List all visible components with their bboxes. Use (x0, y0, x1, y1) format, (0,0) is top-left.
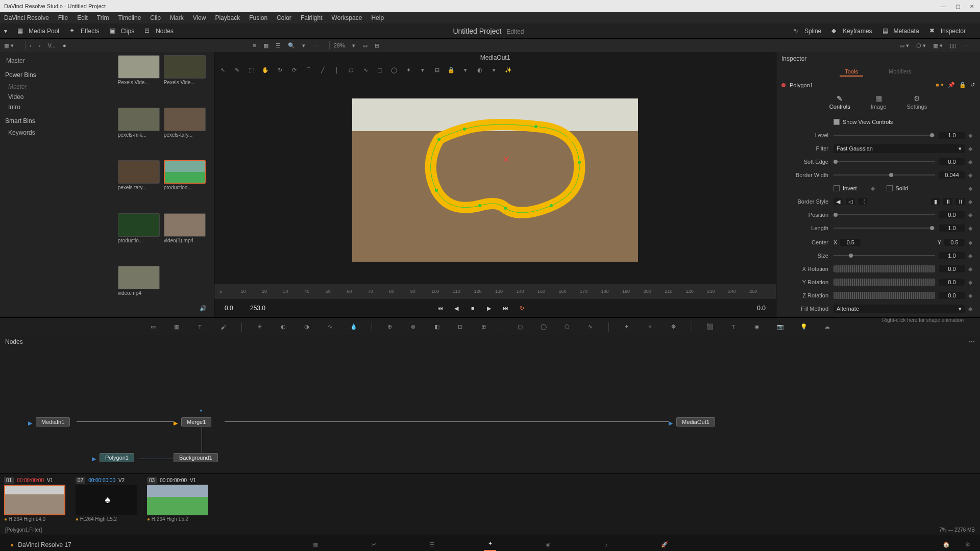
clip-item[interactable]: video.mp4 (118, 266, 160, 314)
node-pin-icon[interactable]: 📌 (948, 82, 955, 88)
menu-clip[interactable]: Clip (150, 14, 161, 21)
softedge-value[interactable]: 0.0 (939, 158, 965, 165)
fx-channelbool-icon[interactable]: ⊗ (408, 321, 419, 333)
xrot-value[interactable]: 0.0 (939, 265, 965, 272)
fx-prender-icon[interactable]: ✧ (645, 321, 656, 333)
style-btn-5[interactable]: ⏸ (943, 198, 952, 205)
center-x-value[interactable]: 0.5 (840, 239, 861, 246)
position-slider[interactable] (834, 214, 935, 215)
center-y-value[interactable]: 0.5 (944, 239, 965, 246)
play-reverse-button[interactable]: ◀ (452, 304, 461, 313)
split-icon[interactable]: ⊞ (375, 42, 379, 49)
fx-light-icon[interactable]: 💡 (798, 321, 810, 333)
level-slider[interactable] (834, 135, 935, 136)
node-merge[interactable]: Merge1 (181, 417, 211, 427)
page-deliver-icon[interactable]: 🚀 (658, 539, 671, 551)
page-edit-icon[interactable]: ☰ (426, 539, 438, 551)
menu-workspace[interactable]: Workspace (332, 14, 362, 21)
shape-anim-hint[interactable]: Right-click here for shape animation (782, 317, 974, 323)
style-btn-4[interactable]: ▮ (931, 198, 940, 205)
invert-checkbox[interactable] (834, 185, 840, 191)
pen-tool-icon[interactable]: ✎ (233, 66, 241, 74)
node-mediaout[interactable]: MediaOut1 (676, 417, 715, 427)
subtab-settings[interactable]: ⚙Settings (906, 94, 927, 110)
level-value[interactable]: 1.0 (939, 132, 965, 139)
nodes-toggle[interactable]: ⊟Nodes (144, 27, 174, 35)
xrot-wheel[interactable] (834, 265, 935, 272)
smart-bins-header[interactable]: Smart Bins (3, 114, 40, 128)
wand-tool-icon[interactable]: ✦ (404, 66, 412, 74)
sort-icon[interactable]: ≡ (253, 42, 256, 48)
menu-timeline[interactable]: Timeline (118, 14, 141, 21)
page-fairlight-icon[interactable]: ♪ (600, 539, 612, 551)
style-btn-6[interactable]: ⏸ (955, 198, 965, 205)
keyframe-icon[interactable]: ◆ (967, 266, 974, 272)
size-slider[interactable] (834, 255, 935, 256)
keyframe-icon[interactable]: ◆ (967, 239, 974, 246)
fx-background-icon[interactable]: ▭ (148, 321, 159, 333)
layout-icon[interactable]: ▭ (362, 42, 368, 49)
nav-forward[interactable]: › (39, 42, 41, 48)
bin-master[interactable]: Master (3, 82, 40, 92)
polygon-tool-icon[interactable]: ⬠ (347, 66, 355, 74)
keyframes-toggle[interactable]: ◆Keyframes (831, 27, 872, 35)
maximize-button[interactable]: ▢ (953, 2, 962, 10)
zrot-value[interactable]: 0.0 (939, 292, 965, 299)
fx-transform-icon[interactable]: ⊡ (455, 321, 466, 333)
style-btn-2[interactable]: ◁ (846, 198, 855, 205)
rect-tool-icon[interactable]: ▢ (376, 66, 384, 74)
bspline-tool-icon[interactable]: ∿ (361, 66, 370, 74)
settings-icon[interactable]: ⚙ (962, 539, 974, 551)
node-mediain[interactable]: MediaIn1 (36, 417, 70, 427)
media-pool-toggle[interactable]: ▦Media Pool (17, 27, 59, 35)
style-btn-3[interactable]: 〈 (858, 198, 867, 205)
bin-intro[interactable]: Intro (3, 102, 40, 112)
fx-shape3d-icon[interactable]: ◉ (751, 321, 763, 333)
effects-toggle[interactable]: ✦Effects (69, 27, 99, 35)
options-icon[interactable]: ⋯ (312, 42, 318, 49)
fx-particle-icon[interactable]: ✦ (621, 321, 632, 333)
keyframe-icon[interactable]: ◆ (967, 279, 974, 286)
fx-colorcorrect-icon[interactable]: ◐ (278, 321, 289, 333)
viewer-canvas[interactable]: ✕ (214, 77, 776, 284)
fx-hue-icon[interactable]: ◑ (301, 321, 312, 333)
fx-matte-icon[interactable]: ◧ (431, 321, 443, 333)
arrow-tool-icon[interactable]: ↖ (218, 66, 227, 74)
fx-3d-icon[interactable]: ⬛ (704, 321, 716, 333)
solid-checkbox[interactable] (887, 185, 893, 191)
zrot-wheel[interactable] (834, 292, 935, 299)
node-reset-icon[interactable]: ↺ (970, 82, 975, 88)
menu-mark[interactable]: Mark (170, 14, 184, 21)
fx-bspline-mask-icon[interactable]: ∿ (585, 321, 596, 333)
lock-icon[interactable]: 🔒 (447, 66, 455, 74)
bin-keywords[interactable]: Keywords (3, 128, 40, 138)
show-view-checkbox[interactable] (834, 119, 840, 125)
bin-video[interactable]: Video (3, 92, 40, 102)
fx-blur-icon[interactable]: 💧 (348, 321, 359, 333)
more-tools-icon[interactable]: ▾ (419, 66, 427, 74)
node-lock-icon[interactable]: 🔒 (959, 82, 966, 88)
ellipse-tool-icon[interactable]: ◯ (390, 66, 398, 74)
breadcrumb[interactable]: V... (47, 42, 56, 48)
time-ruler[interactable]: 510 2030 4050 6070 8090 100110 120130 14… (214, 284, 776, 299)
rotate-tool-icon[interactable]: ↻ (276, 66, 284, 74)
fit-icon[interactable]: ▾ (352, 42, 355, 49)
clip-item[interactable]: Pexels Vide... (164, 55, 206, 104)
thumb-view-icon[interactable]: ▦ (263, 42, 268, 49)
timeline-clip[interactable]: 0200:00:00:00V2 ♠ ● H.264 High L5.2 (76, 477, 142, 522)
minimize-button[interactable]: — (939, 2, 947, 10)
borderwidth-slider[interactable] (834, 174, 935, 176)
roto-icon[interactable]: ▾ (490, 66, 498, 74)
clip-item[interactable]: pexels-tary... (164, 108, 206, 156)
subtab-image[interactable]: ▦Image (871, 94, 887, 110)
render-icon[interactable]: ⬡ ▾ (916, 42, 926, 49)
position-value[interactable]: 0.0 (939, 211, 965, 218)
search-icon[interactable]: 🔍 (288, 42, 295, 49)
filter-select[interactable]: Fast Gaussian▾ (834, 144, 965, 153)
menu-help[interactable]: Help (371, 14, 384, 21)
keyframe-icon[interactable]: ◆ (967, 185, 974, 192)
menu-edit[interactable]: Edit (77, 14, 88, 21)
inspector-toggle[interactable]: ✖Inspector (929, 27, 966, 35)
clip-item[interactable]: pexels-tary... (118, 160, 160, 209)
tab-tools[interactable]: Tools (840, 67, 863, 77)
